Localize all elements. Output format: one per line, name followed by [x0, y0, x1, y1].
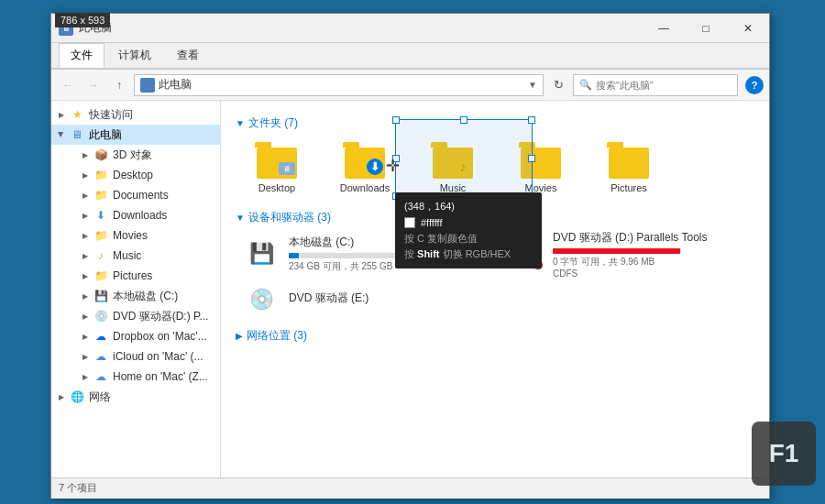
path-icon: [140, 78, 155, 93]
sidebar-item-network[interactable]: ▶ 🌐 网络: [51, 387, 220, 407]
this-pc-label: 此电脑: [89, 127, 216, 143]
path-dropdown-arrow: ▼: [528, 80, 537, 90]
drive-d-label: CDFS: [553, 268, 747, 279]
network-arrow: ▶: [236, 331, 243, 341]
tooltip-shift-word: Shift: [417, 248, 439, 259]
path-text: 此电脑: [159, 77, 524, 93]
up-button[interactable]: ↑: [108, 74, 130, 96]
drive-e-icon: 💿: [243, 281, 280, 318]
address-path-box[interactable]: 此电脑 ▼: [134, 74, 544, 96]
maximize-button[interactable]: □: [685, 14, 727, 43]
home-icon: ☁: [94, 369, 108, 384]
documents-chevron: ▶: [79, 189, 92, 202]
downloads-label: Downloads: [113, 209, 216, 222]
dropbox-icon: ☁: [94, 329, 108, 344]
sidebar: ▶ ★ 快速访问 ▶ 🖥 此电脑 ▶ 📦 3D 对象 ▶ 📁 Desktop ▶: [51, 101, 221, 499]
sidebar-item-local-disk[interactable]: ▶ 💾 本地磁盘 (C:): [51, 286, 220, 306]
icloud-label: iCloud on 'Mac' (...: [113, 350, 216, 363]
sidebar-item-icloud[interactable]: ▶ ☁ iCloud on 'Mac' (...: [51, 346, 220, 367]
folder-downloads-label: Downloads: [340, 182, 390, 193]
dropbox-chevron: ▶: [79, 330, 92, 343]
icloud-icon: ☁: [94, 349, 108, 364]
handle-tm[interactable]: [460, 116, 468, 124]
sidebar-item-desktop[interactable]: ▶ 📁 Desktop: [51, 165, 220, 185]
folder-pictures-icon: [607, 142, 651, 179]
sidebar-item-documents[interactable]: ▶ 📁 Documents: [51, 185, 220, 205]
handle-tl[interactable]: [392, 116, 400, 124]
search-input[interactable]: [596, 80, 732, 91]
close-button[interactable]: ✕: [727, 14, 769, 43]
crosshair-cursor: ✛: [386, 156, 400, 176]
refresh-button[interactable]: ↻: [547, 74, 569, 96]
sidebar-item-this-pc[interactable]: ▶ 🖥 此电脑: [51, 125, 220, 145]
tooltip-hex: #ffffff: [421, 217, 442, 228]
movies-chevron: ▶: [79, 229, 92, 242]
handle-mr[interactable]: [528, 155, 535, 162]
handle-tr[interactable]: [528, 116, 535, 124]
sidebar-item-dropbox[interactable]: ▶ ☁ Dropbox on 'Mac'...: [51, 326, 220, 346]
desktop-icon: 📁: [94, 168, 108, 182]
sidebar-item-downloads[interactable]: ▶ ⬇ Downloads: [51, 205, 220, 225]
sidebar-item-pictures[interactable]: ▶ 📁 Pictures: [51, 266, 220, 286]
minimize-button[interactable]: —: [643, 14, 685, 43]
3d-icon: 📦: [94, 148, 108, 162]
music-chevron: ▶: [79, 249, 92, 262]
downloads-icon: ⬇: [94, 208, 108, 223]
drive-e-name: DVD 驱动器 (E:): [289, 290, 483, 306]
movies-icon: 📁: [94, 228, 108, 243]
sidebar-item-movies[interactable]: ▶ 📁 Movies: [51, 225, 220, 246]
selection-rect-container: ✛: [395, 110, 542, 202]
quick-access-label: 快速访问: [89, 107, 216, 123]
documents-icon: 📁: [94, 188, 108, 203]
drive-d-name: DVD 驱动器 (D:) Parallels Tools: [553, 230, 747, 246]
folders-arrow: ▼: [236, 118, 245, 128]
sidebar-item-3d-objects[interactable]: ▶ 📦 3D 对象: [51, 145, 220, 165]
back-button[interactable]: ←: [57, 74, 79, 96]
sidebar-item-home[interactable]: ▶ ☁ Home on 'Mac' (Z...: [51, 367, 220, 387]
drive-c-icon: 💾: [243, 236, 280, 272]
tooltip-coords: (348，164): [404, 200, 533, 214]
tab-view[interactable]: 查看: [165, 43, 211, 68]
movies-label: Movies: [113, 229, 216, 242]
help-button[interactable]: ?: [745, 76, 764, 94]
sidebar-item-music[interactable]: ▶ ♪ Music: [51, 246, 220, 266]
this-pc-icon: 🖥: [70, 127, 84, 142]
drive-e[interactable]: 💿 DVD 驱动器 (E:): [236, 277, 490, 323]
pictures-icon: 📁: [94, 268, 108, 283]
dropbox-label: Dropbox on 'Mac'...: [113, 330, 216, 343]
forward-button[interactable]: →: [82, 74, 104, 96]
folder-desktop-icon: 🖥: [255, 142, 299, 179]
folder-pictures[interactable]: Pictures: [588, 137, 670, 199]
color-picker-tooltip: (348，164) #ffffff 按 C 复制颜色值 按 Shift 切换 R…: [395, 192, 542, 268]
downloads-chevron: ▶: [79, 209, 92, 222]
folder-desktop-label: Desktop: [258, 182, 295, 193]
tab-file[interactable]: 文件: [59, 43, 104, 68]
folders-label: 文件夹 (7): [248, 115, 298, 131]
drive-c-fill: [289, 253, 299, 258]
pictures-label: Pictures: [113, 269, 216, 282]
status-text: 7 个项目: [59, 481, 97, 495]
music-label: Music: [113, 249, 216, 262]
local-disk-label: 本地磁盘 (C:): [113, 289, 216, 304]
dvd-d-icon: 💿: [94, 309, 108, 323]
local-disk-chevron: ▶: [79, 290, 92, 302]
color-swatch: [404, 217, 415, 228]
home-chevron: ▶: [79, 370, 92, 383]
quick-access-icon: ★: [70, 107, 84, 122]
sidebar-item-quick-access[interactable]: ▶ ★ 快速访问: [51, 104, 220, 125]
desktop-label: Desktop: [113, 169, 216, 181]
folder-desktop[interactable]: 🖥 Desktop: [236, 137, 318, 199]
dvd-d-chevron: ▶: [79, 310, 92, 323]
network-section-header[interactable]: ▶ 网络位置 (3): [236, 328, 754, 344]
drive-d-fill: [553, 248, 680, 254]
sidebar-item-dvd-d[interactable]: ▶ 💿 DVD 驱动器(D:) P...: [51, 306, 220, 326]
tab-computer[interactable]: 计算机: [106, 43, 163, 68]
local-disk-icon: 💾: [94, 289, 108, 303]
this-pc-chevron: ▶: [55, 128, 68, 141]
search-box[interactable]: 🔍: [573, 74, 738, 96]
search-icon: 🔍: [579, 79, 592, 91]
address-bar: ← → ↑ 此电脑 ▼ ↻ 🔍 ?: [51, 70, 769, 101]
title-bar: 🖥 此电脑 — □ ✕: [51, 14, 769, 43]
network-label: 网络位置 (3): [247, 328, 307, 344]
drive-e-info: DVD 驱动器 (E:): [289, 290, 483, 309]
